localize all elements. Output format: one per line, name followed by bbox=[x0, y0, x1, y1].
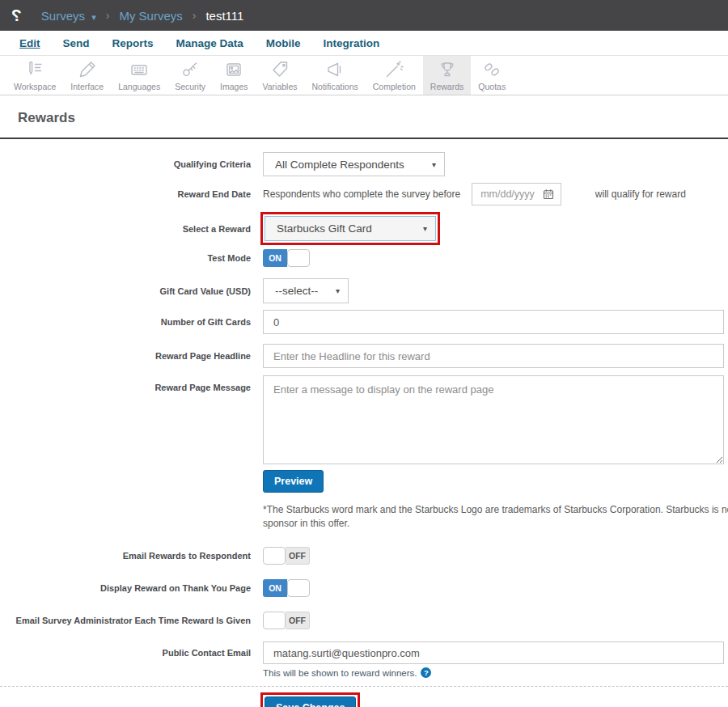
page-title: Rewards bbox=[0, 95, 728, 138]
toggle-knob bbox=[263, 612, 286, 629]
select-reward-value: Starbucks Gift Card bbox=[277, 222, 372, 235]
tag-icon bbox=[269, 60, 290, 79]
test-mode-label: Test Mode bbox=[0, 253, 251, 263]
image-icon bbox=[223, 60, 244, 79]
toolbar-item-label: Quotas bbox=[478, 82, 506, 91]
toolbar-item-workspace[interactable]: Workspace bbox=[6, 56, 63, 95]
toolbar-item-label: Workspace bbox=[14, 82, 56, 91]
display-reward-label: Display Reward on Thank You Page bbox=[0, 583, 251, 593]
select-reward-select[interactable]: Starbucks Gift Card ▾ bbox=[265, 216, 436, 241]
calendar-icon[interactable] bbox=[543, 188, 554, 200]
reward-end-date-label: Reward End Date bbox=[0, 189, 251, 199]
gift-card-value-label: Gift Card Value (USD) bbox=[0, 286, 251, 296]
keyboard-icon bbox=[129, 60, 150, 79]
date-placeholder: mm/dd/yyyy bbox=[480, 188, 535, 200]
tab-edit[interactable]: Edit bbox=[8, 37, 52, 49]
annotation-highlight-box: Starbucks Gift Card ▾ bbox=[260, 212, 440, 245]
tab-reports[interactable]: Reports bbox=[101, 37, 165, 49]
chevron-down-icon: ▾ bbox=[336, 286, 340, 295]
edit-section-toolbar: Workspace Interface Languages Security I… bbox=[0, 56, 728, 95]
display-reward-toggle[interactable]: ON bbox=[263, 579, 310, 597]
toolbar-item-label: Rewards bbox=[430, 82, 463, 91]
reward-page-headline-input[interactable] bbox=[263, 344, 724, 368]
breadcrumb-separator: › bbox=[193, 9, 197, 22]
trophy-icon bbox=[437, 60, 458, 79]
key-icon bbox=[180, 60, 201, 79]
wand-icon bbox=[383, 60, 404, 79]
disclaimer-line-1: *The Starbucks word mark and the Starbuc… bbox=[263, 503, 728, 517]
breadcrumb-current-survey: test111 bbox=[205, 9, 243, 23]
number-of-gift-cards-label: Number of Gift Cards bbox=[0, 317, 251, 327]
toggle-knob bbox=[263, 547, 286, 565]
rewards-form: Qualifying Criteria All Complete Respond… bbox=[0, 139, 728, 707]
public-contact-email-input[interactable] bbox=[263, 641, 724, 664]
breadcrumb-my-surveys[interactable]: My Surveys bbox=[119, 9, 182, 23]
chevron-down-icon: ▾ bbox=[432, 160, 436, 169]
disclaimer-line-2: sponsor in this offer. bbox=[263, 517, 728, 531]
help-icon[interactable]: ? bbox=[421, 667, 431, 678]
helper-text: This will be shown to reward winners. bbox=[263, 668, 417, 678]
annotation-highlight-box: Save Changes bbox=[260, 692, 360, 707]
chevron-down-icon: ▾ bbox=[91, 12, 96, 22]
qualifying-criteria-label: Qualifying Criteria bbox=[0, 159, 251, 169]
top-bar: ? Surveys ▾ › My Surveys › test111 bbox=[0, 0, 728, 31]
save-changes-button[interactable]: Save Changes bbox=[265, 696, 356, 707]
chevron-down-icon: ▾ bbox=[423, 224, 427, 233]
email-rewards-label: Email Rewards to Respondent bbox=[0, 551, 251, 561]
toolbar-item-label: Languages bbox=[118, 82, 160, 91]
main-nav-tabs: Edit Send Reports Manage Data Mobile Int… bbox=[0, 31, 728, 56]
toolbar-item-label: Notifications bbox=[312, 82, 358, 91]
qualifying-criteria-select[interactable]: All Complete Respondents ▾ bbox=[263, 152, 445, 176]
reward-end-date-input[interactable]: mm/dd/yyyy bbox=[472, 183, 561, 205]
public-email-helper: This will be shown to reward winners. ? bbox=[263, 667, 728, 678]
tab-send[interactable]: Send bbox=[52, 37, 101, 49]
reward-end-date-prefix: Respondents who complete the survey befo… bbox=[263, 188, 460, 200]
toggle-knob bbox=[287, 579, 310, 597]
email-admin-label: Email Survey Administrator Each Time Rew… bbox=[0, 616, 251, 625]
reward-end-date-suffix: will qualify for reward bbox=[595, 188, 686, 200]
breadcrumb-surveys[interactable]: Surveys ▾ bbox=[41, 9, 96, 23]
breadcrumb-surveys-label: Surveys bbox=[41, 9, 85, 23]
gift-card-value-select[interactable]: --select-- ▾ bbox=[263, 278, 349, 303]
questionpro-logo-icon[interactable]: ? bbox=[11, 6, 22, 25]
tab-integration[interactable]: Integration bbox=[312, 37, 392, 49]
starbucks-disclaimer: *The Starbucks word mark and the Starbuc… bbox=[263, 503, 728, 531]
test-mode-toggle[interactable]: ON bbox=[263, 249, 310, 267]
pen-list-icon bbox=[24, 60, 45, 79]
toolbar-item-variables[interactable]: Variables bbox=[256, 56, 305, 95]
toggle-off-label: OFF bbox=[286, 612, 310, 629]
breadcrumb-separator: › bbox=[106, 9, 110, 22]
toolbar-item-languages[interactable]: Languages bbox=[111, 56, 167, 95]
megaphone-icon bbox=[324, 60, 345, 79]
reward-page-message-label: Reward Page Message bbox=[0, 375, 251, 392]
email-rewards-toggle[interactable]: OFF bbox=[263, 547, 310, 565]
toolbar-item-label: Completion bbox=[373, 82, 416, 91]
toggle-on-label: ON bbox=[263, 249, 287, 267]
pen-icon bbox=[77, 60, 98, 79]
toolbar-item-completion[interactable]: Completion bbox=[366, 56, 423, 95]
toolbar-item-security[interactable]: Security bbox=[167, 56, 213, 95]
reward-page-message-textarea[interactable] bbox=[263, 375, 724, 464]
gift-card-value-value: --select-- bbox=[275, 285, 318, 297]
toggle-knob bbox=[287, 249, 310, 267]
tab-mobile[interactable]: Mobile bbox=[255, 37, 312, 49]
toolbar-item-label: Interface bbox=[70, 82, 104, 91]
tab-manage-data[interactable]: Manage Data bbox=[165, 37, 255, 49]
dashed-divider bbox=[0, 686, 728, 687]
reward-page-headline-label: Reward Page Headline bbox=[0, 351, 251, 361]
email-admin-toggle[interactable]: OFF bbox=[263, 612, 310, 629]
toolbar-item-interface[interactable]: Interface bbox=[63, 56, 111, 95]
toggle-off-label: OFF bbox=[286, 547, 310, 565]
toolbar-item-rewards[interactable]: Rewards bbox=[423, 56, 471, 95]
toolbar-item-quotas[interactable]: Quotas bbox=[471, 56, 513, 95]
qualifying-criteria-value: All Complete Respondents bbox=[275, 159, 404, 171]
toggle-on-label: ON bbox=[263, 579, 287, 597]
toolbar-item-notifications[interactable]: Notifications bbox=[305, 56, 366, 95]
public-contact-email-label: Public Contact Email bbox=[0, 648, 251, 658]
number-of-gift-cards-input[interactable] bbox=[263, 310, 724, 334]
preview-button[interactable]: Preview bbox=[263, 470, 324, 493]
toolbar-item-label: Security bbox=[175, 82, 205, 91]
toolbar-item-images[interactable]: Images bbox=[213, 56, 255, 95]
chain-icon bbox=[481, 60, 502, 79]
toolbar-item-label: Images bbox=[220, 82, 248, 91]
